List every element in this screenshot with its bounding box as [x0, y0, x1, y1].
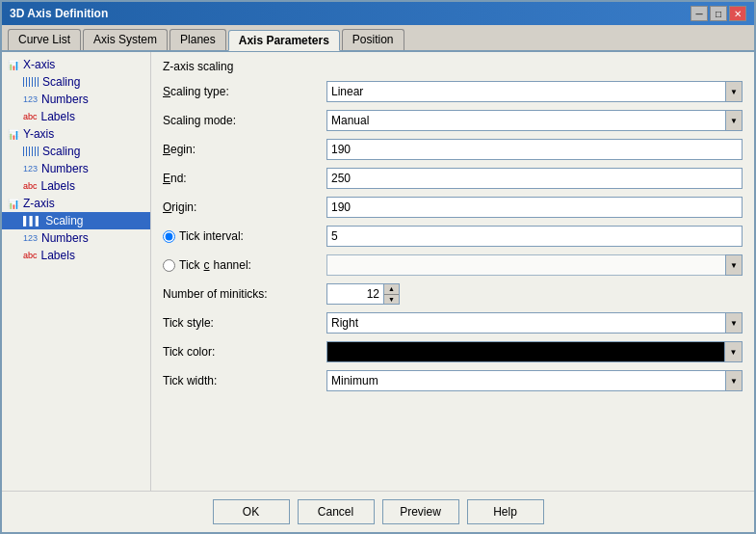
help-button[interactable]: Help: [467, 499, 544, 524]
tick-width-row: Tick width: Minimum Thin Medium Thick ▼: [163, 370, 743, 391]
tabs-row: Curve List Axis System Planes Axis Param…: [2, 25, 754, 52]
spinner-buttons: ▲ ▼: [384, 283, 400, 305]
scaling-type-row: Scaling type: Linear Logarithmic ▼: [163, 81, 743, 102]
tick-channel-radio[interactable]: [163, 259, 175, 272]
tick-channel-label: Tick channel:: [163, 258, 326, 272]
tick-width-dropdown-wrapper: Minimum Thin Medium Thick ▼: [326, 370, 743, 391]
x-labels-label: Labels: [41, 110, 75, 123]
cancel-button[interactable]: Cancel: [298, 499, 375, 524]
spinner-up-button[interactable]: ▲: [384, 284, 399, 295]
scaling-type-label: Scaling type:: [163, 85, 326, 98]
scaling-icon: [23, 77, 39, 87]
maximize-button[interactable]: □: [710, 6, 727, 21]
end-row: End:: [163, 168, 743, 189]
x-numbers-label: Numbers: [41, 93, 89, 106]
y-labels-label: Labels: [41, 179, 75, 193]
scaling-mode-label: Scaling mode:: [163, 114, 326, 127]
tick-style-dropdown-wrapper: Right Left Both None ▼: [326, 312, 743, 334]
tab-axis-parameters[interactable]: Axis Parameters: [228, 30, 340, 51]
tick-color-row: Tick color: ▼: [163, 341, 743, 362]
sidebar-item-x-numbers[interactable]: 123 Numbers: [2, 91, 150, 108]
tick-channel-row: Tick channel: ▼: [163, 254, 743, 276]
scaling-type-select[interactable]: Linear Logarithmic: [326, 81, 743, 102]
footer: OK Cancel Preview Help: [2, 491, 754, 532]
window-title: 3D Axis Definition: [10, 7, 108, 20]
tick-color-label: Tick color:: [163, 345, 326, 359]
tick-color-button[interactable]: ▼: [725, 341, 743, 362]
y-axis-label: Y-axis: [23, 127, 54, 141]
tab-curve-list[interactable]: Curve List: [8, 29, 81, 50]
labels-icon-z: abc: [23, 251, 38, 260]
scaling-type-dropdown-wrapper: Linear Logarithmic ▼: [326, 81, 743, 102]
section-title: Z-axis scaling: [163, 60, 743, 73]
miniticks-input[interactable]: [326, 283, 384, 305]
main-panel: Z-axis scaling Scaling type: Linear Loga…: [151, 52, 754, 491]
minimize-button[interactable]: ─: [691, 6, 708, 21]
sidebar-item-y-labels[interactable]: abc Labels: [2, 177, 150, 195]
y-axis-icon: 📊: [8, 129, 19, 140]
sidebar: 📊 X-axis Scaling 123 Numbers abc Labels …: [2, 52, 151, 491]
begin-label: Begin:: [163, 143, 326, 156]
miniticks-row: Number of miniticks: ▲ ▼: [163, 283, 743, 305]
z-scaling-label: Scaling: [45, 214, 83, 227]
tick-interval-label: Tick interval:: [163, 229, 326, 243]
tick-width-select[interactable]: Minimum Thin Medium Thick: [326, 370, 743, 391]
origin-input[interactable]: [326, 197, 743, 218]
tick-interval-input[interactable]: [326, 226, 743, 247]
sidebar-item-z-labels[interactable]: abc Labels: [2, 247, 150, 264]
sidebar-group-z-axis[interactable]: 📊 Z-axis: [2, 195, 150, 212]
sidebar-group-y-axis[interactable]: 📊 Y-axis: [2, 125, 150, 143]
scaling-icon-z: ▌▌▌: [23, 216, 41, 226]
origin-label: Origin:: [163, 200, 326, 214]
sidebar-item-x-scaling[interactable]: Scaling: [2, 73, 150, 91]
x-scaling-label: Scaling: [42, 75, 80, 89]
content-area: 📊 X-axis Scaling 123 Numbers abc Labels …: [2, 52, 754, 491]
z-labels-label: Labels: [41, 249, 75, 262]
end-label: End:: [163, 172, 326, 185]
scaling-type-label-u: S: [163, 85, 170, 98]
scaling-mode-select[interactable]: Manual Auto: [326, 110, 743, 131]
begin-input[interactable]: [326, 139, 743, 160]
scaling-mode-dropdown-wrapper: Manual Auto ▼: [326, 110, 743, 131]
tick-color-swatch[interactable]: [326, 341, 725, 362]
tick-style-select[interactable]: Right Left Both None: [326, 312, 743, 334]
numbers-icon-y: 123: [23, 164, 38, 174]
tab-position[interactable]: Position: [342, 29, 404, 50]
miniticks-spinner: ▲ ▼: [326, 283, 400, 305]
labels-icon-y: abc: [23, 181, 38, 191]
x-axis-label: X-axis: [23, 58, 55, 71]
close-button[interactable]: ✕: [729, 6, 746, 21]
labels-icon: abc: [23, 112, 38, 121]
tick-interval-radio[interactable]: [163, 230, 175, 243]
z-numbers-label: Numbers: [41, 231, 89, 245]
end-input[interactable]: [326, 168, 743, 189]
y-scaling-label: Scaling: [42, 145, 80, 158]
sidebar-item-y-scaling[interactable]: Scaling: [2, 143, 150, 160]
tick-width-label: Tick width:: [163, 374, 326, 387]
tick-interval-row: Tick interval:: [163, 226, 743, 247]
tab-planes[interactable]: Planes: [169, 29, 226, 50]
scaling-icon-y: [23, 147, 39, 156]
tab-axis-system[interactable]: Axis System: [83, 29, 168, 50]
miniticks-label: Number of miniticks:: [163, 287, 326, 301]
sidebar-group-x-axis[interactable]: 📊 X-axis: [2, 56, 150, 73]
tick-channel-select[interactable]: [326, 254, 743, 276]
sidebar-item-x-labels[interactable]: abc Labels: [2, 108, 150, 125]
x-axis-icon: 📊: [8, 60, 19, 70]
z-axis-icon: 📊: [8, 199, 19, 209]
main-window: 3D Axis Definition ─ □ ✕ Curve List Axis…: [0, 0, 756, 534]
preview-button[interactable]: Preview: [382, 499, 459, 524]
ok-button[interactable]: OK: [213, 499, 290, 524]
origin-row: Origin:: [163, 197, 743, 218]
title-bar: 3D Axis Definition ─ □ ✕: [2, 2, 754, 25]
numbers-icon: 123: [23, 94, 38, 104]
tick-channel-dropdown-wrapper: ▼: [326, 254, 743, 276]
scaling-mode-row: Scaling mode: Manual Auto ▼: [163, 110, 743, 131]
spinner-down-button[interactable]: ▼: [384, 295, 399, 305]
sidebar-item-y-numbers[interactable]: 123 Numbers: [2, 160, 150, 177]
tick-style-label: Tick style:: [163, 316, 326, 330]
begin-row: Begin:: [163, 139, 743, 160]
sidebar-item-z-numbers[interactable]: 123 Numbers: [2, 229, 150, 247]
sidebar-item-z-scaling[interactable]: ▌▌▌ Scaling: [2, 212, 150, 229]
y-numbers-label: Numbers: [41, 162, 89, 175]
